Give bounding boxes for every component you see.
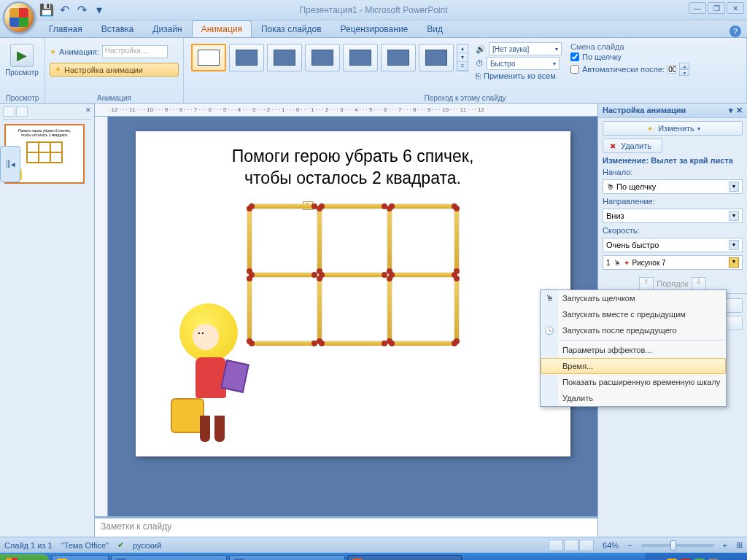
tab-home[interactable]: Главная — [39, 20, 92, 37]
tab-review[interactable]: Рецензирование — [331, 20, 418, 37]
reorder-down-button[interactable]: ⇩ — [692, 277, 706, 290]
panel-close-icon[interactable]: ✕ — [85, 106, 91, 119]
reorder-controls: ⇧ Порядок ⇩ — [603, 277, 743, 290]
normal-view-button[interactable] — [549, 540, 563, 551]
slide-canvas[interactable]: Помоги герою убрать 6 спичек, чтобы оста… — [108, 117, 597, 516]
transition-item[interactable] — [419, 44, 454, 71]
help-button[interactable]: ? — [729, 26, 741, 37]
qat-undo-button[interactable]: ↶ — [57, 3, 71, 18]
zoom-out-button[interactable]: − — [627, 541, 632, 550]
hero-image[interactable] — [165, 303, 274, 442]
status-slide-count: Слайд 1 из 1 — [4, 541, 53, 550]
quick-access-toolbar: 💾 ↶ ↷ ▾ — [39, 3, 107, 18]
custom-animation-button[interactable]: ✦ Настройка анимации — [50, 63, 179, 77]
taskbar-item-word1[interactable]: Триггеры [Режим огран... — [111, 555, 227, 560]
ctx-start-on-click[interactable]: 🖰Запускать щелчком — [541, 290, 726, 306]
office-button[interactable] — [3, 1, 35, 34]
zoom-level[interactable]: 64% — [603, 541, 619, 550]
transition-item[interactable] — [381, 44, 416, 71]
clock-icon: 🕓 — [543, 326, 555, 338]
apply-to-all-button[interactable]: ⎘Применить ко всем — [476, 71, 562, 80]
zoom-in-button[interactable]: + — [723, 541, 727, 550]
transition-none[interactable] — [191, 44, 226, 71]
outline-tab[interactable] — [16, 106, 28, 117]
minimize-button[interactable]: — — [689, 2, 706, 14]
ctx-remove[interactable]: Удалить — [541, 390, 726, 406]
reorder-up-button[interactable]: ⇧ — [639, 277, 654, 290]
direction-dropdown[interactable]: Вниз▾ — [603, 209, 743, 223]
slide-title[interactable]: Помоги герою убрать 6 спичек, чтобы оста… — [150, 146, 556, 190]
matchstick-grid[interactable]: 1 — [247, 204, 459, 346]
advance-header: Смена слайда — [570, 42, 689, 51]
transition-item[interactable] — [267, 44, 302, 71]
advance-on-click[interactable]: По щелчку — [570, 52, 689, 61]
pane-close-icon[interactable]: ✕ — [736, 106, 743, 115]
taskbar-item-powerpoint[interactable]: Microsoft PowerPoint ... — [347, 555, 462, 560]
notes-pane[interactable]: Заметки к слайду — [95, 516, 597, 537]
ctx-effect-options[interactable]: Параметры эффектов... — [541, 342, 726, 358]
remove-effect-button[interactable]: ✖Удалить — [603, 139, 662, 153]
star-icon: ✦ — [50, 47, 56, 57]
time-spinner[interactable]: ▴▾ — [679, 63, 689, 76]
tab-insert[interactable]: Вставка — [92, 20, 144, 37]
ctx-timing[interactable]: Время... — [541, 358, 726, 374]
restore-button[interactable]: ❐ — [708, 2, 725, 14]
transition-sound-dropdown[interactable]: [Нет звука]▾ — [489, 42, 562, 55]
transition-gallery: ▴▾≡ — [188, 39, 471, 92]
ctx-show-timeline[interactable]: Показать расширенную временную шкалу — [541, 374, 726, 390]
sorter-view-button[interactable] — [564, 540, 578, 551]
pane-dropdown-icon[interactable]: ▾ — [729, 106, 733, 115]
tab-animations[interactable]: Анимация — [192, 20, 252, 37]
zoom-thumb[interactable] — [670, 540, 676, 551]
ribbon-tabs: Главная Вставка Дизайн Анимация Показ сл… — [0, 20, 747, 38]
collapse-handle[interactable]: ⦀◂ — [0, 146, 20, 182]
qat-save-button[interactable]: 💾 — [39, 3, 54, 18]
group-animation: ✦ Анимация: Настройка ... ✦ Настройка ан… — [45, 38, 184, 103]
edit-area: · 12 · · · 11 · · · 10 · · · 9 · · · 8 ·… — [95, 104, 597, 537]
effect-item-1[interactable]: 1 🖰 ✦ Рисунок 7 ▾ — [603, 256, 742, 269]
speed-icon: ⏱ — [476, 59, 484, 68]
ctx-start-after-previous[interactable]: 🕓Запускать после предыдущего — [541, 322, 726, 338]
qat-redo-button[interactable]: ↷ — [74, 3, 89, 18]
spellcheck-icon[interactable]: ✔ — [117, 540, 124, 550]
group-label-preview: Просмотр — [0, 94, 44, 102]
status-bar: Слайд 1 из 1 "Тема Office" ✔ русский 64%… — [0, 537, 747, 553]
status-language[interactable]: русский — [133, 541, 161, 550]
title-bar: 💾 ↶ ↷ ▾ Презентация1 - Microsoft PowerPo… — [0, 0, 747, 20]
slideshow-view-button[interactable] — [579, 540, 594, 551]
apply-all-icon: ⎘ — [476, 71, 481, 80]
horizontal-ruler: · 12 · · · 11 · · · 10 · · · 9 · · · 8 ·… — [95, 104, 597, 117]
start-dropdown[interactable]: 🖰 По щелчку▾ — [603, 179, 743, 194]
mouse-icon: 🖰 — [614, 259, 621, 267]
close-button[interactable]: ✕ — [727, 2, 744, 14]
preview-button[interactable]: ▶ Просмотр — [4, 39, 39, 77]
remove-icon: ✖ — [608, 141, 618, 151]
transition-item[interactable] — [229, 44, 264, 71]
taskbar-item-word2[interactable]: Триггеры_4 [Режим огр... — [229, 555, 345, 560]
change-effect-button[interactable]: ✦Изменить▾ — [603, 121, 743, 136]
start-button[interactable]: Пуск — [0, 554, 50, 560]
effect-item-dropdown[interactable]: ▾ — [729, 257, 739, 268]
panel-tabs: ✕ — [3, 106, 91, 120]
reorder-label: Порядок — [657, 279, 688, 288]
transition-speed-dropdown[interactable]: Быстро▾ — [487, 57, 560, 70]
animation-dropdown[interactable]: Настройка ... — [102, 45, 168, 58]
animation-label: Анимация: — [59, 47, 99, 56]
taskbar-item-folder[interactable]: Триггеры — [52, 555, 109, 560]
advance-auto[interactable]: Автоматически после: ▴▾ — [570, 63, 689, 76]
transition-item[interactable] — [343, 44, 378, 71]
effect-list: 1 🖰 ✦ Рисунок 7 ▾ — [603, 255, 743, 270]
gallery-more[interactable]: ▴▾≡ — [457, 44, 468, 71]
tab-view[interactable]: Вид — [417, 20, 452, 37]
speed-dropdown[interactable]: Очень быстро▾ — [603, 238, 743, 252]
tab-design[interactable]: Дизайн — [143, 20, 191, 37]
tab-slideshow[interactable]: Показ слайдов — [252, 20, 331, 37]
transition-item[interactable] — [305, 44, 340, 71]
zoom-slider[interactable] — [641, 544, 714, 547]
fit-window-button[interactable]: ⊞ — [736, 540, 743, 550]
qat-customize-button[interactable]: ▾ — [92, 3, 107, 18]
ctx-start-with-previous[interactable]: Запускать вместе с предыдущим — [541, 306, 726, 322]
slides-tab[interactable] — [3, 106, 15, 117]
advance-time-input[interactable] — [667, 65, 676, 74]
slide-1[interactable]: Помоги герою убрать 6 спичек, чтобы оста… — [136, 131, 570, 456]
